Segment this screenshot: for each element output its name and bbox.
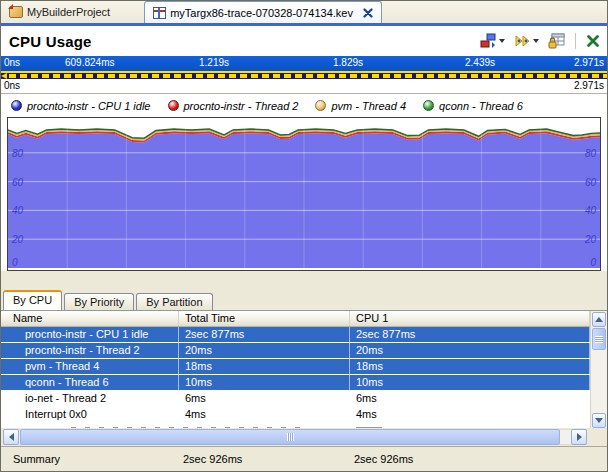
panel-gap <box>1 271 607 290</box>
legend-color-icon <box>315 100 326 111</box>
chart-legend: procnto-instr - CPU 1 idleprocnto-instr … <box>1 94 607 117</box>
ruler-tick-label: 609.824ms <box>65 57 114 68</box>
summary-total-time: 2sec 926ms <box>179 453 350 465</box>
horizontal-scrollbar[interactable] <box>1 428 607 446</box>
tab-label: myTargx86-trace-070328-074134.kev <box>170 7 353 19</box>
y-axis-tick-label: 0 <box>12 257 18 268</box>
event-navigator-icon <box>514 33 531 49</box>
cell-cpu1: 20ms <box>350 343 590 358</box>
dropdown-arrow-icon <box>499 39 505 43</box>
result-tab-bar: By CPU By Priority By Partition <box>1 290 607 310</box>
y-axis-tick-label: 60 <box>585 177 596 188</box>
arrow-down-icon <box>595 418 603 423</box>
tab-by-priority[interactable]: By Priority <box>64 293 134 310</box>
cell-name: procnto-instr - CPU 1 idle <box>1 327 179 342</box>
legend-label: qconn - Thread 6 <box>439 100 523 112</box>
legend-item: pvm - Thread 4 <box>315 100 406 112</box>
ruler-tick-label: 1.219s <box>199 57 229 68</box>
legend-color-icon <box>423 100 434 111</box>
scroll-down-button[interactable] <box>592 413 606 428</box>
tab-label: MyBuilderProject <box>27 6 110 18</box>
legend-color-icon <box>11 100 22 111</box>
vertical-scrollbar[interactable] <box>590 311 607 429</box>
close-tab-icon[interactable] <box>363 8 373 18</box>
view-header: CPU Usage <box>1 26 607 56</box>
legend-label: pvm - Thread 4 <box>331 100 406 112</box>
table-header: Name Total Time CPU 1 <box>1 311 590 327</box>
cell-total-time: 10ms <box>179 375 350 390</box>
cell-cpu1: 6ms <box>350 391 590 406</box>
cell-total-time: 2sec 877ms <box>179 327 350 342</box>
range-end-label: 2.971s <box>574 80 604 91</box>
y-axis-tick-label: 20 <box>12 234 23 245</box>
legend-label: procnto-instr - Thread 2 <box>184 100 299 112</box>
table-row[interactable]: procnto-instr - Thread 2 20ms 20ms <box>1 343 590 359</box>
table-body: procnto-instr - CPU 1 idle 2sec 877ms 2s… <box>1 327 590 429</box>
trace-file-icon <box>153 7 166 19</box>
lock-columns-button[interactable] <box>547 32 566 50</box>
project-icon <box>9 6 23 18</box>
summary-row: Summary 2sec 926ms 2sec 926ms <box>1 446 607 471</box>
column-header-total-time[interactable]: Total Time <box>179 311 350 326</box>
cell-cpu1: 10ms <box>350 375 590 390</box>
y-axis-tick-label: 40 <box>585 205 596 216</box>
y-axis-tick-label: 80 <box>585 148 596 159</box>
cell-cpu1: 2sec 877ms <box>350 327 590 342</box>
pane-layout-button[interactable] <box>479 32 506 50</box>
scroll-right-button[interactable] <box>571 429 587 445</box>
cpu-usage-view-window: MyBuilderProject myTargx86-trace-070328-… <box>0 0 608 472</box>
lock-columns-icon <box>548 33 565 49</box>
scroll-up-button[interactable] <box>592 312 606 327</box>
scroll-left-button[interactable] <box>3 429 19 445</box>
legend-item: procnto-instr - Thread 2 <box>168 100 299 112</box>
table-row[interactable]: procnto-instr - CPU 1 idle 2sec 877ms 2s… <box>1 327 590 343</box>
table-row[interactable]: io-net - Thread 2 6ms 6ms <box>1 391 590 407</box>
ruler-tick-label: 2.439s <box>465 57 495 68</box>
close-view-icon <box>586 34 600 48</box>
close-view-button[interactable] <box>585 33 601 49</box>
legend-item: qconn - Thread 6 <box>423 100 523 112</box>
y-axis-tick-label: 20 <box>585 234 596 245</box>
selection-dashes <box>9 74 607 78</box>
horizontal-scroll-thumb[interactable] <box>20 429 560 445</box>
cell-total-time: 6ms <box>179 391 350 406</box>
pane-layout-icon <box>480 33 497 49</box>
event-navigator-button[interactable] <box>513 32 540 50</box>
y-axis-tick-label: 80 <box>12 148 23 159</box>
dropdown-arrow-icon <box>533 39 539 43</box>
thumb-grip <box>595 336 603 343</box>
table-row[interactable]: pvm - Thread 4 18ms 18ms <box>1 359 590 375</box>
y-axis-tick-label: 0 <box>590 257 596 268</box>
table-row[interactable]: qconn - Thread 6 10ms 10ms <box>1 375 590 391</box>
ruler-tick-label: 0ns <box>4 57 20 68</box>
vertical-scroll-thumb[interactable] <box>592 328 606 350</box>
time-selection-strip[interactable] <box>1 71 607 79</box>
tab-mybuilderproject[interactable]: MyBuilderProject <box>1 1 118 23</box>
page-title: CPU Usage <box>9 33 479 50</box>
tab-by-cpu[interactable]: By CPU <box>3 290 62 310</box>
tab-by-partition[interactable]: By Partition <box>136 293 212 310</box>
usage-table: Name Total Time CPU 1 procnto-instr - CP… <box>1 310 607 428</box>
timeline-ruler[interactable]: 0ns 609.824ms 1.219s 1.829s 2.439s 2.971… <box>1 56 607 71</box>
y-axis-tick-label: 40 <box>12 205 23 216</box>
table-row[interactable]: Interrupt 0x0 4ms 4ms <box>1 407 590 423</box>
arrow-up-icon <box>595 317 603 322</box>
tab-trace-file[interactable]: myTargx86-trace-070328-074134.kev <box>144 1 382 23</box>
column-header-cpu1[interactable]: CPU 1 <box>350 311 590 326</box>
summary-label: Summary <box>1 453 179 465</box>
cell-cpu1: 18ms <box>350 359 590 374</box>
range-start-label: 0ns <box>4 80 20 91</box>
arrow-right-icon <box>577 433 582 441</box>
summary-cpu1: 2sec 926ms <box>350 453 607 465</box>
window-range-ruler[interactable]: 0ns 2.971s <box>1 79 607 94</box>
cell-total-time: 20ms <box>179 343 350 358</box>
cpu-usage-chart[interactable]: 002020404060608080 <box>7 117 601 271</box>
cell-name: pvm - Thread 4 <box>1 359 179 374</box>
view-toolbar <box>479 32 601 50</box>
cell-name: io-net - Thread 2 <box>1 391 179 406</box>
legend-label: procnto-instr - CPU 1 idle <box>27 100 151 112</box>
thumb-grip <box>287 433 294 441</box>
cell-total-time: 18ms <box>179 359 350 374</box>
column-header-name[interactable]: Name <box>1 311 179 326</box>
arrow-left-icon <box>9 433 14 441</box>
